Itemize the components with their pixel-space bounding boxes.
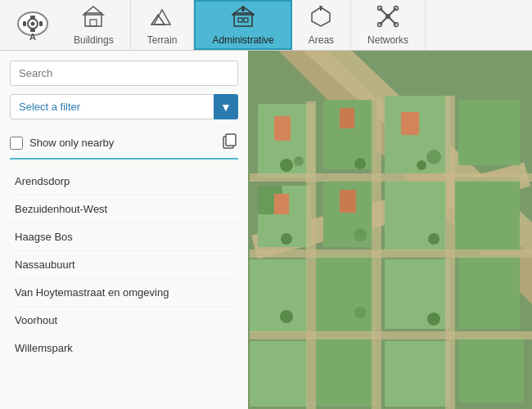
svg-rect-5	[23, 21, 26, 26]
list-item[interactable]: Arendsdorp	[10, 168, 238, 196]
nav-item-buildings[interactable]: Buildings	[57, 0, 131, 50]
areas-label: Areas	[309, 34, 334, 46]
networks-label: Networks	[367, 34, 408, 46]
svg-rect-3	[30, 16, 35, 19]
svg-rect-36	[458, 100, 520, 165]
svg-rect-51	[340, 108, 354, 128]
list-item[interactable]: Willemspark	[10, 335, 238, 362]
svg-rect-10	[90, 20, 97, 26]
terrain-label: Terrain	[147, 34, 178, 46]
list-item[interactable]: Van Hoytemastraat en omgeving	[10, 279, 238, 307]
svg-rect-52	[401, 112, 419, 135]
app-logo[interactable]: A	[8, 2, 57, 49]
top-navigation: A Buildings Terrain	[0, 0, 532, 51]
svg-rect-15	[238, 18, 242, 22]
svg-text:A: A	[29, 32, 36, 42]
nav-items: Buildings Terrain	[57, 0, 524, 50]
search-input[interactable]	[10, 61, 238, 86]
svg-rect-73	[226, 134, 236, 146]
list-item[interactable]: Nassaubuurt	[10, 251, 238, 279]
networks-icon	[376, 5, 399, 31]
svg-point-70	[354, 307, 366, 318]
buildings-label: Buildings	[74, 34, 114, 46]
svg-rect-49	[458, 337, 524, 402]
nav-item-administrative[interactable]: Administrative	[194, 0, 291, 50]
svg-rect-50	[274, 116, 291, 141]
list-item[interactable]: Voorhout	[10, 307, 238, 335]
list-items: Arendsdorp Bezuidenhout-West Haagse Bos …	[10, 168, 238, 362]
svg-point-68	[428, 233, 440, 245]
nearby-checkbox[interactable]	[10, 137, 23, 150]
svg-rect-44	[385, 259, 450, 329]
svg-rect-54	[340, 190, 356, 213]
svg-rect-47	[315, 337, 376, 407]
svg-point-63	[354, 158, 366, 169]
svg-rect-16	[244, 18, 248, 22]
nearby-row: Show only nearby	[10, 128, 238, 160]
terrain-icon	[151, 5, 174, 31]
nav-item-terrain[interactable]: Terrain	[131, 0, 195, 50]
list-item[interactable]: Bezuidenhout-West	[10, 196, 238, 223]
svg-rect-46	[250, 341, 307, 407]
administrative-icon	[232, 5, 255, 31]
svg-rect-45	[458, 255, 520, 329]
svg-point-71	[427, 312, 440, 326]
list-item[interactable]: Haagse Bos	[10, 223, 238, 251]
svg-rect-6	[39, 21, 43, 26]
filter-select-wrapper: Select a filter ▼	[10, 94, 238, 119]
nearby-label: Show only nearby	[29, 137, 215, 149]
areas-icon	[309, 5, 332, 31]
svg-point-66	[281, 233, 292, 245]
svg-point-61	[280, 159, 293, 172]
svg-point-65	[417, 160, 426, 170]
svg-point-67	[354, 228, 367, 241]
svg-rect-42	[250, 259, 307, 333]
svg-rect-43	[315, 255, 376, 333]
filter-select[interactable]: Select a filter	[10, 94, 238, 119]
administrative-label: Administrative	[212, 34, 273, 46]
svg-point-18	[241, 8, 245, 11]
svg-point-62	[294, 156, 304, 166]
nav-item-networks[interactable]: Networks	[351, 0, 426, 50]
svg-rect-53	[274, 194, 289, 214]
svg-point-64	[426, 150, 441, 164]
svg-rect-41	[454, 178, 520, 251]
buildings-icon	[82, 5, 105, 31]
left-panel: Select a filter ▼ Show only nearby Arend…	[0, 51, 248, 409]
svg-point-2	[31, 21, 35, 25]
svg-point-69	[280, 310, 293, 323]
svg-point-24	[385, 14, 390, 19]
nav-item-areas[interactable]: Areas	[292, 0, 351, 50]
svg-rect-48	[385, 341, 450, 407]
copy-icon[interactable]	[222, 133, 238, 153]
